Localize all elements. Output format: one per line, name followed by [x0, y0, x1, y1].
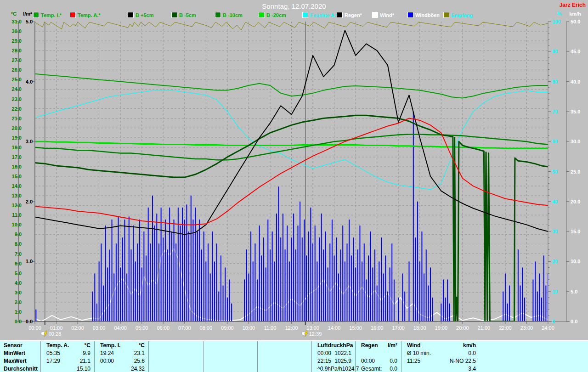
axis-tick-label: 7.0	[15, 251, 22, 257]
axis-tick-label: 26.0	[12, 67, 22, 73]
time-tick-label: 13:00	[306, 325, 319, 331]
cell-value: l/m²	[388, 341, 397, 349]
axis-tick-label: 70	[552, 109, 558, 114]
table-col-regen: Regenl/m²00:000.0Gesamt:0.0	[355, 341, 401, 372]
table-cell	[204, 365, 257, 372]
humidity-axis-title: %	[557, 11, 562, 17]
row-label-text: MaxWert	[0, 357, 27, 365]
cell-label: ^0.9hPa/h	[317, 365, 342, 372]
legend-item-b-20cm[interactable]: B -20cm	[259, 12, 286, 18]
axis-tick-label: 8.0	[15, 241, 22, 247]
table-cell: 24.32	[95, 365, 148, 372]
cell-label: 19:24	[100, 349, 114, 357]
cell-label: 00:00	[317, 349, 331, 357]
legend-swatch-icon	[372, 12, 378, 18]
legend-label: Empfang	[451, 12, 473, 18]
cell-label: Temp. I.	[100, 341, 120, 349]
legend-item-b-5cm[interactable]: B -5cm	[171, 12, 196, 18]
legend-swatch-icon	[443, 12, 449, 18]
axis-tick-label: 31.0	[12, 19, 22, 24]
axis-tick-label: 4.0	[26, 79, 33, 85]
table-col-empty-2	[148, 341, 203, 372]
axis-tick-label: 14.0	[12, 183, 22, 189]
legend-swatch-icon	[337, 12, 343, 18]
cell-label: 22:15	[317, 357, 331, 365]
table-cell: ^0.9hPa/h1024.7	[312, 365, 355, 372]
time-tick-label: 20:00	[456, 325, 469, 331]
time-tick-label: 10:00	[243, 325, 255, 331]
time-tick-label: 08:00	[200, 325, 213, 331]
table-header-cell: LuftdruckhPa	[312, 341, 355, 349]
axis-tick-label: 15.0	[571, 229, 580, 234]
axis-tick-label: 4.0	[15, 280, 22, 286]
table-header-cell: Windkm/h	[401, 341, 480, 349]
legend-swatch-icon	[407, 12, 413, 18]
rain-axis-title: l/m²	[23, 11, 32, 17]
legend-item-windben[interactable]: Windböen	[407, 12, 440, 18]
axis-tick-label: 29.0	[12, 38, 22, 44]
axis-tick-label: 16.0	[12, 164, 22, 169]
table-col-tempi: Temp. I.°C19:2423.100:0025.624.32	[94, 341, 148, 372]
legend-label: B -20cm	[266, 12, 286, 18]
axis-tick-label: 35.0	[571, 109, 580, 114]
legend-label: Wind*	[380, 12, 394, 18]
axis-tick-label: 12.0	[12, 203, 22, 208]
axis-tick-label: 1.0	[15, 309, 22, 315]
legend-item-regen[interactable]: Regen*	[337, 12, 362, 18]
time-tick-label: 12:00	[285, 325, 298, 331]
time-tick-label: 11:00	[264, 325, 277, 331]
cell-value: °C	[139, 341, 145, 349]
table-row-labels: SensorMinWertMaxWertDurchschnitt	[0, 341, 40, 372]
cell-label: Regen	[361, 341, 378, 349]
table-cell	[258, 365, 311, 372]
table-cell	[149, 365, 203, 372]
legend-item-feuchtea[interactable]: Feuchte A.*	[302, 12, 338, 18]
table-col-luftdruck: LuftdruckhPa00:001022.122:151025.9^0.9hP…	[311, 341, 355, 372]
axis-tick-label: 20	[552, 259, 558, 264]
table-cell: 00:0025.6	[95, 357, 148, 365]
legend-item-wind[interactable]: Wind*	[372, 12, 394, 18]
axis-tick-label: 10.0	[571, 259, 580, 264]
row-label: Sensor	[0, 341, 40, 349]
cell-value: 21.1	[80, 357, 90, 365]
cell-label: Ø 10 min.	[407, 349, 431, 357]
axis-tick-label: 30.0	[571, 139, 580, 144]
row-label: Durchschnitt	[0, 365, 40, 372]
axis-tick-label: 100	[552, 19, 560, 24]
cell-label: Gesamt:	[361, 365, 382, 372]
legend-label: Feuchte A.*	[310, 12, 338, 18]
legend-item-b-10cm[interactable]: B -10cm	[215, 12, 243, 18]
cell-value: hPa	[343, 341, 353, 349]
legend-label: Windböen	[415, 12, 440, 18]
table-cell	[204, 357, 257, 365]
axis-tick-label: 20.0	[12, 125, 22, 131]
lightning-icon	[44, 331, 47, 337]
row-label: MaxWert	[0, 357, 40, 365]
time-tick-label: 23:00	[520, 325, 533, 331]
table-col-tempa: Temp. A.°C05:359.917:2921.115.10	[40, 341, 94, 372]
cell-label: 00:00	[100, 357, 114, 365]
axis-tick-label: 20.0	[571, 199, 580, 204]
legend-swatch-icon	[171, 12, 177, 18]
legend-item-b+5cm[interactable]: B +5cm	[128, 12, 153, 18]
legend-item-tempa[interactable]: Temp. A.*	[70, 12, 101, 18]
cell-value: °C	[85, 341, 90, 349]
legend-swatch-icon	[302, 12, 308, 18]
axis-tick-label: 3.0	[15, 290, 22, 295]
axis-tick-label: 15.0	[12, 174, 22, 179]
axis-tick-label: 24.0	[12, 86, 22, 92]
axis-tick-label: 40	[552, 199, 558, 204]
table-cell: 00:000.0	[356, 357, 401, 365]
legend-swatch-icon	[259, 12, 265, 18]
table-header-cell: Temp. I.°C	[95, 341, 148, 349]
cell-value: 1025.9	[334, 357, 351, 365]
row-label-text: Durchschnitt	[0, 365, 38, 372]
legend-item-empfang[interactable]: Empfang	[443, 12, 473, 18]
stats-table: SensorMinWertMaxWertDurchschnittTemp. A.…	[0, 340, 588, 372]
table-header-cell	[149, 341, 203, 349]
series-group	[35, 22, 550, 321]
axis-tick-label: 11.0	[12, 212, 22, 218]
legend-item-tempi[interactable]: Temp. I.*	[33, 12, 62, 18]
time-tick-label: 21:00	[478, 325, 491, 331]
cell-value: km/h	[463, 341, 476, 349]
